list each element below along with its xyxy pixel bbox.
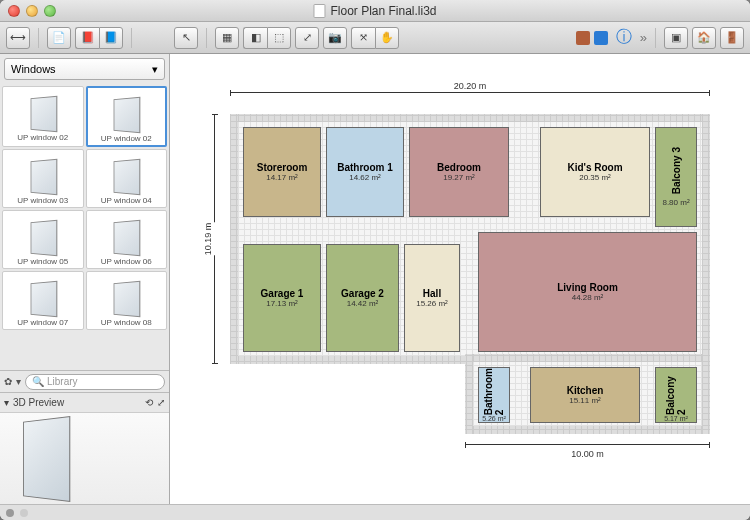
room-kids-room[interactable]: Kid's Room 20.35 m² xyxy=(540,127,650,217)
library-item[interactable]: UP window 03 xyxy=(2,149,84,208)
zoom-button[interactable] xyxy=(44,5,56,17)
room-name: Garage 2 xyxy=(341,288,384,299)
library-item-label: UP window 02 xyxy=(17,133,68,142)
more-icon[interactable]: » xyxy=(640,30,647,45)
room-hall[interactable]: Hall 15.26 m² xyxy=(404,244,460,352)
view-split-button[interactable]: 📘 xyxy=(99,27,123,49)
room-name: Storeroom xyxy=(257,162,308,173)
room-area: 15.26 m² xyxy=(416,299,448,308)
library-item[interactable]: UP window 02 xyxy=(2,86,84,147)
measure-tool[interactable]: ⤢ xyxy=(295,27,319,49)
library-item[interactable]: UP window 05 xyxy=(2,210,84,269)
titlebar: Floor Plan Final.li3d xyxy=(0,0,750,22)
library-item[interactable]: UP window 07 xyxy=(2,271,84,330)
door-button[interactable]: 🚪 xyxy=(720,27,744,49)
room-area: 14.17 m² xyxy=(266,173,298,182)
minimize-button[interactable] xyxy=(26,5,38,17)
room-name: Bathroom 2 xyxy=(483,368,505,415)
preview-pane xyxy=(0,412,169,504)
nav-back-forward[interactable]: ⟷ xyxy=(6,27,30,49)
document-name: Floor Plan Final.li3d xyxy=(330,4,436,18)
view-3d-button[interactable]: 📕 xyxy=(75,27,99,49)
room-balcony-2[interactable]: Balcony 2 5.17 m² xyxy=(655,367,697,423)
document-icon xyxy=(313,4,325,18)
library-item-label: UP window 03 xyxy=(17,196,68,205)
rooms-tool[interactable]: ◧ xyxy=(243,27,267,49)
room-garage-2[interactable]: Garage 2 14.42 m² xyxy=(326,244,399,352)
room-area: 17.13 m² xyxy=(266,299,298,308)
separator xyxy=(131,28,132,48)
walls-icon: ▦ xyxy=(222,31,232,44)
library-item[interactable]: UP window 04 xyxy=(86,149,168,208)
library-item[interactable]: UP window 06 xyxy=(86,210,168,269)
pointer-icon: ↖ xyxy=(182,31,191,44)
room-storeroom[interactable]: Storeroom 14.17 m² xyxy=(243,127,321,217)
search-placeholder: Library xyxy=(47,376,78,387)
arrows-icon: ⟷ xyxy=(10,31,26,44)
color-swatch-2[interactable] xyxy=(594,31,608,45)
chevron-down-icon: ▾ xyxy=(152,63,158,76)
room-garage-1[interactable]: Garage 1 17.13 m² xyxy=(243,244,321,352)
window-controls xyxy=(8,5,56,17)
build-group: ◧ ⬚ xyxy=(243,27,291,49)
door-icon: 🚪 xyxy=(725,31,739,44)
camera-icon: 📷 xyxy=(328,31,342,44)
room-bathroom-1[interactable]: Bathroom 1 14.62 m² xyxy=(326,127,404,217)
close-button[interactable] xyxy=(8,5,20,17)
camera-tool[interactable]: 📷 xyxy=(323,27,347,49)
room-balcony-3[interactable]: Balcony 3 8.80 m² xyxy=(655,127,697,227)
room-bathroom-2[interactable]: Bathroom 2 5.26 m² xyxy=(478,367,510,423)
help-button[interactable]: ⓘ xyxy=(612,27,636,49)
color-swatch-1[interactable] xyxy=(576,31,590,45)
walls-tool[interactable]: ▦ xyxy=(215,27,239,49)
window-title: Floor Plan Final.li3d xyxy=(313,4,436,18)
expand-icon[interactable]: ⤢ xyxy=(157,397,165,408)
dimension-label: 20.20 m xyxy=(452,81,489,91)
preview-header: ▾ 3D Preview ⟲ ⤢ xyxy=(0,392,169,412)
library-item[interactable]: UP window 08 xyxy=(86,271,168,330)
library-item-label: UP window 07 xyxy=(17,318,68,327)
chevron-down-icon[interactable]: ▾ xyxy=(16,376,21,387)
room-area: 44.28 m² xyxy=(572,293,604,302)
library-item[interactable]: UP window 02 xyxy=(86,86,168,147)
room-bedroom[interactable]: Bedroom 19.27 m² xyxy=(409,127,509,217)
library-footer: ✿ ▾ 🔍 Library xyxy=(0,370,169,392)
status-indicator xyxy=(20,509,28,517)
library-item-label: UP window 06 xyxy=(101,257,152,266)
disclosure-icon[interactable]: ▾ xyxy=(4,397,9,408)
preview-object[interactable] xyxy=(23,415,70,501)
category-dropdown[interactable]: Windows ▾ xyxy=(4,58,165,80)
refresh-icon[interactable]: ⟲ xyxy=(145,397,153,408)
home-button[interactable]: 🏠 xyxy=(692,27,716,49)
statusbar xyxy=(0,504,750,520)
measure-icon: ⤢ xyxy=(303,31,312,44)
library-item-label: UP window 05 xyxy=(17,257,68,266)
room-kitchen[interactable]: Kitchen 15.11 m² xyxy=(530,367,640,423)
page-icon: 📄 xyxy=(52,31,66,44)
room-living-room[interactable]: Living Room 44.28 m² xyxy=(478,232,697,352)
zoom-tool[interactable]: ⤧ xyxy=(351,27,375,49)
nav-group: ⤧ ✋ xyxy=(351,27,399,49)
zoom-icon: ⤧ xyxy=(359,31,368,44)
library-search[interactable]: 🔍 Library xyxy=(25,374,165,390)
view-2d-button[interactable]: 📄 xyxy=(47,27,71,49)
library-grid: UP window 02 UP window 02 UP window 03 U… xyxy=(0,84,169,370)
dimension-label: 10.19 m xyxy=(201,223,215,256)
pointer-tool[interactable]: ↖ xyxy=(174,27,198,49)
room-area: 15.11 m² xyxy=(569,396,601,405)
gear-icon[interactable]: ✿ xyxy=(4,376,12,387)
room-area: 14.42 m² xyxy=(347,299,379,308)
hand-icon: ✋ xyxy=(380,31,394,44)
rooms-icon: ◧ xyxy=(251,31,261,44)
category-label: Windows xyxy=(11,63,56,75)
book2-icon: 📘 xyxy=(104,31,118,44)
canvas[interactable]: 20.20 m 10.19 m 10.00 m Storeroom 14.17 … xyxy=(170,54,750,504)
objects-tool[interactable]: ⬚ xyxy=(267,27,291,49)
toggle-sidebar-button[interactable]: ▣ xyxy=(664,27,688,49)
room-name: Living Room xyxy=(557,282,618,293)
dimension-top: 20.20 m xyxy=(230,92,710,93)
book-icon: 📕 xyxy=(81,31,95,44)
search-icon: 🔍 xyxy=(32,376,44,387)
pan-tool[interactable]: ✋ xyxy=(375,27,399,49)
room-name: Bathroom 1 xyxy=(337,162,393,173)
